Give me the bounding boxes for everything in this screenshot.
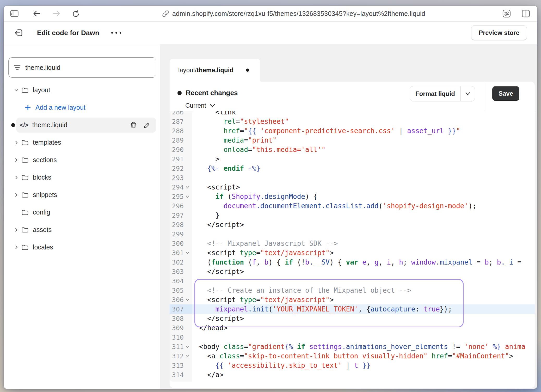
rename-file-button[interactable]: [144, 122, 150, 128]
sidebar-item-add-a-new-layout[interactable]: Add a new layout: [4, 99, 160, 116]
page-title: Edit code for Dawn: [37, 29, 99, 37]
preview-store-button[interactable]: Preview store: [471, 25, 527, 40]
code-line-309[interactable]: </head>: [192, 323, 535, 333]
chevron-right-icon[interactable]: [14, 227, 19, 233]
fold-chevron-icon[interactable]: [186, 298, 189, 301]
header-divider: [484, 82, 484, 111]
code-area[interactable]: <link rel="stylesheet" href="{{ 'compone…: [192, 111, 535, 388]
folder-icon: [21, 139, 29, 146]
unsaved-dot: [246, 69, 249, 72]
code-line-299[interactable]: [192, 229, 535, 239]
code-line-310[interactable]: [192, 333, 535, 342]
trash-icon[interactable]: [130, 121, 137, 129]
sidebar-item-config[interactable]: config: [4, 204, 160, 221]
format-liquid-dropdown[interactable]: [460, 86, 475, 101]
fold-chevron-icon[interactable]: [186, 186, 189, 189]
file-sidebar: layoutAdd a new layout</>theme.liquidtem…: [4, 44, 160, 389]
code-line-302[interactable]: (function (f, b) { if (!b.__SV) { var e,…: [192, 258, 535, 267]
sidebar-item-locales[interactable]: locales: [4, 238, 160, 256]
save-button[interactable]: Save: [492, 86, 519, 101]
fold-chevron-icon[interactable]: [186, 195, 189, 198]
code-line-304[interactable]: [192, 276, 535, 286]
code-line-287[interactable]: rel="stylesheet": [192, 117, 535, 126]
code-line-298[interactable]: </script>: [192, 220, 535, 229]
editor-card: Recent changes Current Format liquid Sav…: [170, 82, 535, 388]
sidebar-item-sections[interactable]: sections: [4, 151, 160, 169]
code-line-290[interactable]: onload="this.media='all'": [192, 145, 535, 154]
sidebar-item-label: templates: [33, 139, 61, 146]
chevron-right-icon[interactable]: [14, 157, 19, 163]
sidebar-item-layout[interactable]: layout: [4, 81, 160, 99]
folder-icon: [21, 174, 29, 181]
code-line-301[interactable]: <script type="text/javascript">: [192, 248, 535, 258]
sidebar-item-blocks[interactable]: blocks: [4, 169, 160, 186]
line-number-310: 310: [170, 333, 192, 342]
more-actions-icon[interactable]: [111, 32, 121, 34]
exit-editor-icon[interactable]: [14, 28, 23, 38]
code-file-icon: </>: [20, 121, 28, 129]
code-line-295[interactable]: if (Shopify.designMode) {: [192, 192, 535, 201]
code-line-289[interactable]: media="print": [192, 136, 535, 145]
tab-theme-liquid[interactable]: layout/theme.liquid: [170, 59, 260, 82]
line-number-291: 291: [170, 154, 192, 164]
folder-icon: [21, 226, 29, 233]
browser-split-view-icon[interactable]: [522, 10, 530, 17]
folder-icon: [21, 209, 29, 216]
url-text[interactable]: admin.shopify.com/store/rzq1xu-f5/themes…: [172, 10, 425, 17]
version-dropdown[interactable]: Current: [185, 102, 215, 109]
chevron-right-icon[interactable]: [14, 140, 19, 145]
code-line-288[interactable]: href="{{ 'component-predictive-search.cs…: [192, 126, 535, 136]
editor-main: layout/theme.liquid Recent changes Curre…: [160, 44, 537, 389]
folder-icon: [21, 192, 29, 198]
line-number-311: 311: [170, 342, 192, 351]
sidebar-item-snippets[interactable]: snippets: [4, 186, 160, 204]
line-number-295: 295: [170, 192, 192, 201]
code-line-313[interactable]: {{ 'accessibility.skip_to_text' | t }}: [192, 361, 535, 370]
code-line-311[interactable]: <body class="gradient{% if settings.anim…: [192, 342, 535, 351]
code-editor[interactable]: 2862872882892902912922932942952962972982…: [170, 111, 535, 388]
code-line-300[interactable]: <!-- Mixpanel Javascript SDK -->: [192, 239, 535, 248]
editor-card-header: Recent changes Current Format liquid Sav…: [170, 82, 535, 111]
delete-file-button[interactable]: [130, 122, 137, 128]
search-input[interactable]: [25, 64, 151, 71]
browser-forward-icon[interactable]: [52, 9, 61, 18]
code-line-294[interactable]: <script>: [192, 182, 535, 192]
line-number-290: 290: [170, 145, 192, 154]
code-line-292[interactable]: {%- endif -%}: [192, 164, 535, 173]
code-line-308[interactable]: </script>: [192, 314, 535, 323]
browser-settings-icon[interactable]: [502, 9, 511, 18]
code-line-314[interactable]: </a>: [192, 370, 535, 379]
code-line-286[interactable]: <link: [192, 111, 535, 117]
code-line-293[interactable]: [192, 173, 535, 182]
line-number-302: 302: [170, 258, 192, 267]
chevron-right-icon[interactable]: [14, 244, 19, 250]
file-search-box[interactable]: [8, 57, 156, 78]
code-line-303[interactable]: </script>: [192, 267, 535, 276]
pencil-icon[interactable]: [144, 122, 150, 128]
sidebar-item-assets[interactable]: assets: [4, 221, 160, 238]
code-line-312[interactable]: <a class="skip-to-content-link button vi…: [192, 351, 535, 361]
format-liquid-button[interactable]: Format liquid: [410, 86, 460, 101]
line-number-286: 286: [170, 111, 192, 117]
browser-sidebar-toggle-icon[interactable]: [10, 9, 19, 18]
line-number-307: 307: [170, 304, 192, 314]
fold-chevron-icon[interactable]: [186, 355, 189, 358]
sidebar-item-label: layout: [33, 86, 50, 94]
browser-reload-icon[interactable]: [71, 9, 80, 18]
chevron-right-icon[interactable]: [14, 175, 19, 180]
line-number-314: 314: [170, 370, 192, 379]
sidebar-item-theme-liquid[interactable]: </>theme.liquid: [4, 116, 160, 134]
code-line-306[interactable]: <script type="text/javascript">: [192, 295, 535, 304]
line-number-304: 304: [170, 276, 192, 286]
code-line-297[interactable]: }: [192, 211, 535, 220]
code-line-296[interactable]: document.documentElement.classList.add('…: [192, 201, 535, 211]
chevron-down-icon[interactable]: [14, 87, 19, 93]
sidebar-item-templates[interactable]: templates: [4, 134, 160, 151]
fold-chevron-icon[interactable]: [186, 345, 189, 348]
fold-chevron-icon[interactable]: [186, 252, 189, 254]
code-line-307[interactable]: mixpanel.init('YOUR_MIXPANEL_TOKEN', {au…: [192, 304, 535, 314]
browser-back-icon[interactable]: [32, 9, 41, 18]
chevron-right-icon[interactable]: [14, 192, 19, 198]
code-line-305[interactable]: <!-- Create an instance of the Mixpanel …: [192, 286, 535, 295]
code-line-291[interactable]: >: [192, 154, 535, 164]
